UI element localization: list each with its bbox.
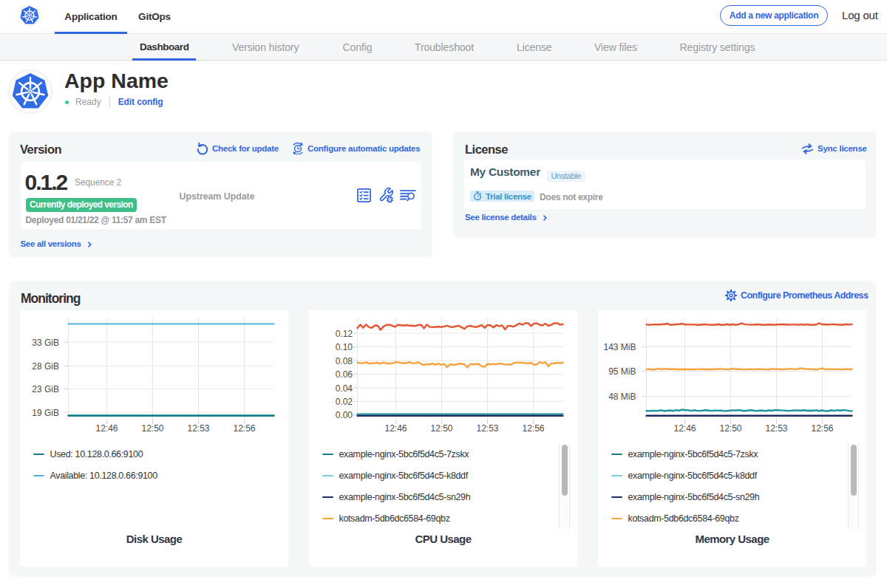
svg-text:12:53: 12:53 bbox=[187, 423, 209, 434]
svg-text:0.12: 0.12 bbox=[336, 329, 353, 339]
svg-text:33 GiB: 33 GiB bbox=[32, 338, 59, 348]
svg-text:12:50: 12:50 bbox=[430, 423, 452, 434]
svg-text:12:53: 12:53 bbox=[476, 423, 498, 434]
svg-text:12:50: 12:50 bbox=[141, 423, 163, 434]
svg-text:0.08: 0.08 bbox=[336, 356, 353, 366]
svg-text:0.02: 0.02 bbox=[336, 397, 353, 407]
svg-text:0.06: 0.06 bbox=[336, 369, 353, 380]
svg-text:12:53: 12:53 bbox=[765, 423, 787, 434]
svg-text:28 GiB: 28 GiB bbox=[32, 361, 59, 372]
svg-text:12:56: 12:56 bbox=[811, 423, 833, 434]
svg-text:12:46: 12:46 bbox=[673, 423, 696, 434]
svg-text:12:50: 12:50 bbox=[719, 423, 741, 434]
svg-text:0.00: 0.00 bbox=[336, 410, 353, 420]
svg-text:12:46: 12:46 bbox=[384, 423, 407, 434]
svg-text:143 MiB: 143 MiB bbox=[603, 342, 636, 352]
svg-text:48 MiB: 48 MiB bbox=[608, 392, 636, 402]
svg-text:12:46: 12:46 bbox=[95, 423, 118, 434]
svg-text:12:56: 12:56 bbox=[522, 423, 544, 434]
svg-text:95 MiB: 95 MiB bbox=[608, 366, 636, 377]
svg-text:12:56: 12:56 bbox=[233, 423, 255, 434]
svg-text:23 GiB: 23 GiB bbox=[32, 384, 59, 394]
svg-text:0.04: 0.04 bbox=[336, 383, 353, 394]
svg-text:0.10: 0.10 bbox=[336, 342, 353, 352]
svg-text:19 GiB: 19 GiB bbox=[32, 408, 59, 418]
